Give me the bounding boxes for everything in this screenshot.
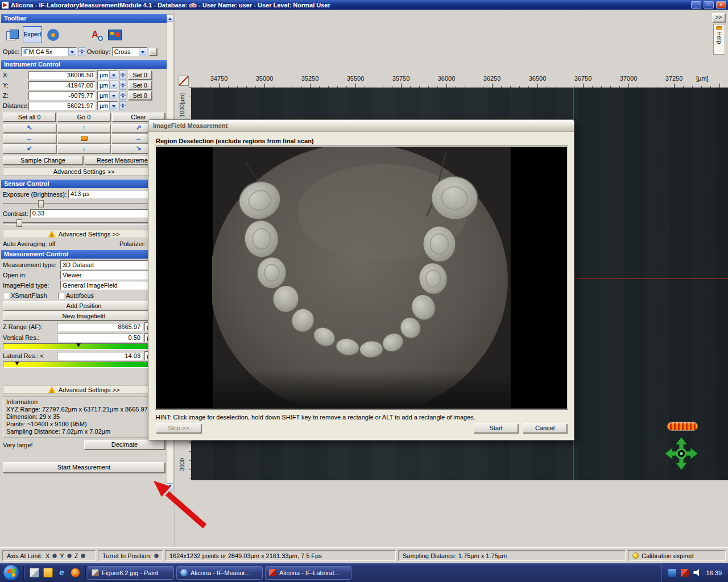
task-button-if-measure[interactable]: Alicona - IF-Measur... xyxy=(176,566,263,580)
more-options-button[interactable]: ... xyxy=(149,48,157,56)
move-left-button[interactable]: ← xyxy=(3,134,56,143)
calibration-segment[interactable]: Calibration expired xyxy=(628,550,726,561)
z-set-zero-button[interactable]: Set 0 xyxy=(128,91,152,100)
settings-gear-icon[interactable] xyxy=(44,26,62,44)
y-limit-led xyxy=(67,554,72,558)
home-icon xyxy=(81,136,88,141)
lateral-res-gradient[interactable] xyxy=(3,361,165,368)
joystick-up-arrow xyxy=(676,437,687,448)
close-button[interactable]: × xyxy=(716,1,726,9)
move-down-left-button[interactable]: ↙ xyxy=(3,144,56,153)
measurement-section-header: Measurement Control xyxy=(1,250,167,259)
x-spinner[interactable] xyxy=(119,70,126,80)
go-zero-button[interactable]: Go 0 xyxy=(57,113,110,122)
ruler-tick-label: 35500 xyxy=(347,75,365,82)
add-position-button[interactable]: Add Position xyxy=(3,301,165,310)
decimate-button[interactable]: Decimate xyxy=(84,440,165,450)
turret-segment: Turret In Position: xyxy=(98,550,163,561)
vertical-res-label: Vertical Res.: xyxy=(3,334,55,341)
z-spinner[interactable] xyxy=(119,91,126,100)
contrast-field[interactable]: 0.33 xyxy=(30,209,165,218)
optic-spinner[interactable] xyxy=(78,47,85,56)
imagefield-type-label: ImageField type: xyxy=(3,282,59,289)
volume-icon[interactable] xyxy=(693,569,701,577)
y-position-field[interactable]: -41947.00 xyxy=(28,81,96,90)
dental-cast-image[interactable] xyxy=(212,147,511,408)
minimize-button[interactable]: _ xyxy=(691,1,701,9)
move-up-left-button[interactable]: ↖ xyxy=(3,124,56,133)
z-axis-label: Z: xyxy=(3,92,27,99)
tray-app-icon[interactable] xyxy=(681,569,689,577)
scroll-down-button[interactable] xyxy=(167,483,173,490)
move-down-button[interactable]: ↓ xyxy=(57,144,111,153)
info-xyz-range: XYZ Range: 72797.62µm x 63717.21µm x 866… xyxy=(6,406,162,413)
folder-icon[interactable] xyxy=(43,568,53,577)
y-set-zero-button[interactable]: Set 0 xyxy=(128,81,152,90)
ruler-corner-icon[interactable] xyxy=(179,76,189,86)
stage-joystick-control[interactable] xyxy=(664,436,698,471)
distance-field[interactable]: 56021.97 xyxy=(28,102,96,110)
imagefield-pages-icon[interactable] xyxy=(3,26,21,44)
optic-select[interactable]: IFM G4 5x xyxy=(21,47,77,56)
dialog-start-button[interactable]: Start xyxy=(474,423,518,433)
dialog-cancel-button[interactable]: Cancel xyxy=(523,423,567,433)
x-set-zero-button[interactable]: Set 0 xyxy=(128,70,152,80)
sample-change-button[interactable]: Sample Change xyxy=(3,156,83,165)
open-in-label: Open in: xyxy=(3,272,59,278)
ruler-tick-label: 35000 xyxy=(256,75,274,82)
z-limit-led xyxy=(81,554,85,558)
tray-network-icon[interactable] xyxy=(668,569,676,577)
task-button-paint[interactable]: Figure6.2.jpg - Paint xyxy=(88,566,174,580)
measurement-view-icon[interactable] xyxy=(106,26,124,44)
clock[interactable]: 16:39 xyxy=(706,569,722,576)
x-position-field[interactable]: 36006.50 xyxy=(28,71,96,80)
media-player-icon[interactable] xyxy=(71,568,80,577)
vertical-res-gradient[interactable] xyxy=(3,343,165,350)
start-button[interactable] xyxy=(3,564,19,581)
start-measurement-button[interactable]: Start Measurement xyxy=(3,462,165,473)
exposure-slider-thumb[interactable] xyxy=(38,200,44,207)
lateral-res-field[interactable]: 14.03 xyxy=(57,352,143,360)
contrast-slider[interactable] xyxy=(3,219,165,227)
maximize-button[interactable]: □ xyxy=(704,1,714,9)
if-measurement-icon xyxy=(180,569,188,576)
show-desktop-icon[interactable] xyxy=(30,568,39,577)
ruler-tick-label: 37250 xyxy=(665,75,683,82)
dialog-titlebar[interactable]: ImageField Measurement xyxy=(148,120,574,132)
z-position-field[interactable]: -9079.77 xyxy=(28,92,96,100)
contrast-slider-thumb[interactable] xyxy=(16,219,22,227)
y-unit-select[interactable]: µm xyxy=(97,81,118,90)
zrange-field[interactable]: 8665.97 xyxy=(57,323,143,331)
autofocus-checkbox[interactable] xyxy=(58,293,64,299)
xsmartflash-checkbox[interactable] xyxy=(3,293,9,299)
help-tab[interactable]: Help xyxy=(713,24,725,55)
expert-mode-button[interactable]: Expert xyxy=(23,26,42,43)
home-position-button[interactable] xyxy=(57,134,111,143)
move-up-button[interactable]: ↑ xyxy=(57,124,111,133)
y-spinner[interactable] xyxy=(119,81,126,90)
overlay-select[interactable]: Cross xyxy=(112,47,147,56)
distance-unit-select[interactable]: µm xyxy=(97,101,118,110)
annotation-font-icon[interactable]: A xyxy=(86,26,104,44)
scroll-up-button[interactable] xyxy=(167,15,173,22)
quick-launch: e xyxy=(30,568,80,577)
new-imagefield-button[interactable]: New Imagefield xyxy=(3,311,165,321)
set-all-zero-button[interactable]: Set all 0 xyxy=(3,113,56,122)
skip-button[interactable]: Skip >> xyxy=(156,423,201,433)
internet-explorer-icon[interactable]: e xyxy=(57,568,67,577)
x-unit-select[interactable]: µm xyxy=(97,70,118,80)
expand-panel-button[interactable]: >> xyxy=(712,13,725,22)
distance-spinner[interactable] xyxy=(119,101,126,110)
exposure-slider[interactable] xyxy=(3,199,165,208)
alicona-app-icon xyxy=(2,2,9,9)
instrument-advanced-settings[interactable]: Advanced Settings >> xyxy=(3,167,165,176)
vertical-res-field[interactable]: 0.50 xyxy=(57,334,143,342)
if-laboratory-icon xyxy=(269,569,276,576)
task-button-if-laboratory[interactable]: Alicona - IF-Laborat... xyxy=(265,566,351,580)
ruler-tick-label: 34750 xyxy=(210,75,228,82)
measurement-advanced-settings[interactable]: Advanced Settings >> xyxy=(3,385,165,394)
help-tab-icon xyxy=(716,26,722,30)
sensor-advanced-settings[interactable]: Advanced Settings >> xyxy=(3,230,165,238)
z-unit-select[interactable]: µm xyxy=(97,91,118,100)
instrument-section-header: Instrument Control xyxy=(1,60,167,69)
